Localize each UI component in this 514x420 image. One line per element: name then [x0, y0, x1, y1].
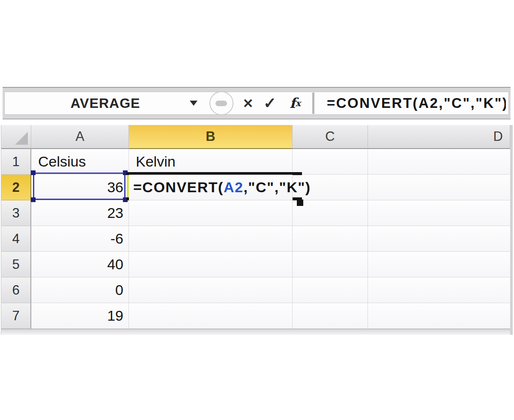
- cell-c3[interactable]: [293, 200, 368, 226]
- formula-bar-divider-dash: [215, 101, 227, 106]
- formula-bar: AVERAGE ✕ ✓ fx =CONVERT(A2,"C","K"): [3, 87, 511, 119]
- cell-d7[interactable]: [368, 303, 510, 329]
- column-header-d[interactable]: D: [368, 125, 510, 149]
- cell-c6[interactable]: [293, 277, 368, 303]
- row-header-6[interactable]: 6: [1, 277, 31, 303]
- select-all-button[interactable]: [1, 125, 31, 149]
- cell-b7[interactable]: [129, 303, 293, 329]
- cell-a1[interactable]: Celsius: [31, 149, 129, 175]
- row-header-2[interactable]: 2: [1, 175, 31, 200]
- select-all-triangle-icon: [15, 132, 28, 145]
- worksheet-grid: A B C D 1 Celsius Kelvin 2 36 =CONVERT(A…: [1, 125, 513, 335]
- cell-a4[interactable]: -6: [31, 226, 129, 252]
- row-header-7[interactable]: 7: [1, 303, 31, 329]
- row-4: 4 -6: [1, 226, 510, 252]
- formula-prefix: =CONVERT(: [133, 179, 224, 196]
- cell-a5[interactable]: 40: [31, 252, 129, 277]
- cell-a7[interactable]: 19: [31, 303, 129, 329]
- enter-icon[interactable]: ✓: [260, 92, 280, 114]
- row-header-4[interactable]: 4: [1, 226, 31, 252]
- cell-c1[interactable]: [293, 149, 368, 175]
- name-box[interactable]: AVERAGE: [5, 92, 206, 114]
- fx-f: f: [290, 95, 296, 111]
- cell-b6[interactable]: [129, 277, 293, 303]
- cell-b1[interactable]: Kelvin: [129, 149, 293, 175]
- cell-a6[interactable]: 0: [31, 277, 129, 303]
- formula-suffix: ,"C","K"): [243, 179, 311, 196]
- row-5: 5 40: [1, 252, 510, 277]
- cell-c5[interactable]: [293, 252, 368, 277]
- cancel-icon[interactable]: ✕: [239, 92, 257, 114]
- cell-b2-edit[interactable]: =CONVERT(A2,"C","K"): [129, 175, 293, 200]
- cell-d3[interactable]: [368, 200, 510, 226]
- cell-a2[interactable]: 36: [31, 175, 129, 200]
- cell-d1[interactable]: [368, 149, 510, 175]
- cell-d4[interactable]: [368, 226, 510, 252]
- cell-b4[interactable]: [129, 226, 293, 252]
- cell-c7[interactable]: [293, 303, 368, 329]
- insert-function-icon[interactable]: fx: [283, 92, 307, 114]
- formula-bar-inner: AVERAGE ✕ ✓ fx =CONVERT(A2,"C","K"): [4, 92, 509, 115]
- row-3: 3 23: [1, 200, 510, 226]
- cell-b3[interactable]: [129, 200, 293, 226]
- row-header-5[interactable]: 5: [1, 252, 31, 277]
- excel-screenshot: AVERAGE ✕ ✓ fx =CONVERT(A2,"C","K") A B …: [0, 0, 514, 420]
- cell-a3[interactable]: 23: [31, 200, 129, 226]
- column-header-c[interactable]: C: [293, 125, 368, 149]
- row-2: 2 36 =CONVERT(A2,"C","K"): [1, 175, 510, 200]
- cell-c4[interactable]: [293, 226, 368, 252]
- row-header-1[interactable]: 1: [1, 149, 31, 175]
- row-1: 1 Celsius Kelvin: [1, 149, 510, 175]
- cell-b5[interactable]: [129, 252, 293, 277]
- row-header-3[interactable]: 3: [1, 200, 31, 226]
- row-7: 7 19: [1, 303, 510, 329]
- name-box-dropdown-icon[interactable]: [190, 101, 197, 106]
- formula-input[interactable]: =CONVERT(A2,"C","K"): [327, 92, 506, 114]
- formula-bar-separator: [312, 92, 314, 114]
- sheet-bottom-edge: [1, 329, 510, 335]
- cell-d5[interactable]: [368, 252, 510, 277]
- column-header-b[interactable]: B: [129, 125, 293, 149]
- column-header-a[interactable]: A: [31, 125, 129, 149]
- formula-cell-reference: A2: [224, 179, 243, 196]
- column-header-row: A B C D: [1, 125, 510, 149]
- row-6: 6 0: [1, 277, 510, 303]
- cell-d2[interactable]: [368, 175, 510, 200]
- cell-d6[interactable]: [368, 277, 510, 303]
